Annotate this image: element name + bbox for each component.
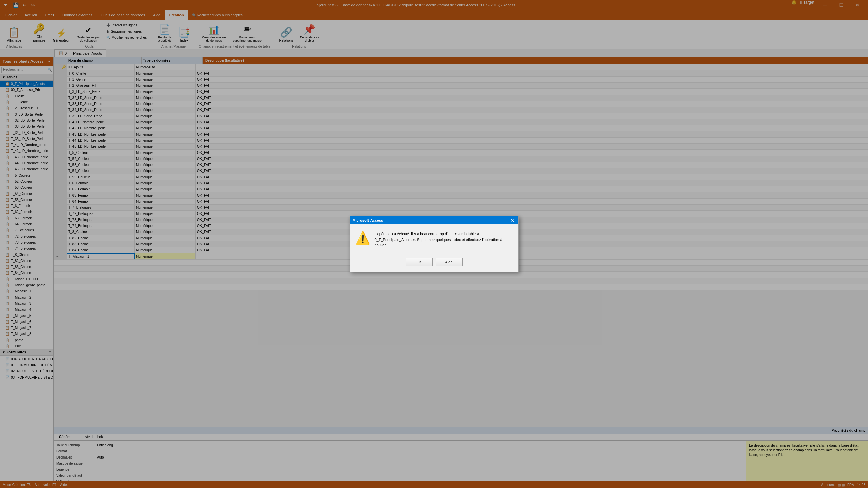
modal-help-btn[interactable]: Aide: [436, 258, 463, 266]
modal-dialog: Microsoft Access ✕ ⚠️ L'opération a écho…: [350, 216, 519, 272]
modal-title: Microsoft Access: [353, 218, 383, 222]
modal-buttons: OK Aide: [350, 255, 518, 272]
modal-close-btn[interactable]: ✕: [509, 217, 516, 224]
modal-message: L'opération a échoué. Il y a beaucoup tr…: [375, 231, 513, 248]
modal-overlay: Microsoft Access ✕ ⚠️ L'opération a écho…: [0, 0, 868, 488]
modal-ok-btn[interactable]: OK: [406, 258, 433, 266]
modal-body: ⚠️ L'opération a échoué. Il y a beaucoup…: [350, 224, 518, 255]
modal-title-bar: Microsoft Access ✕: [350, 216, 518, 224]
warning-icon: ⚠️: [355, 231, 371, 245]
